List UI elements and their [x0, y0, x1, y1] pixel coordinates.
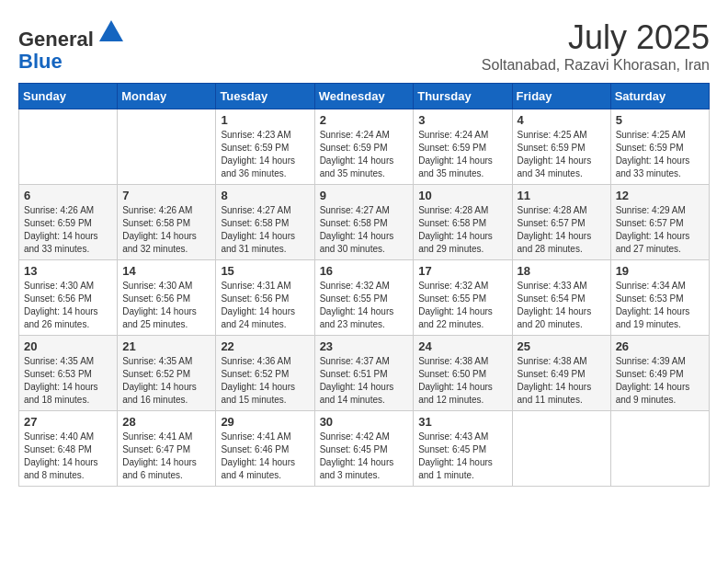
calendar-cell: 7Sunrise: 4:26 AMSunset: 6:58 PMDaylight… — [118, 185, 216, 260]
day-info: Sunrise: 4:28 AMSunset: 6:58 PMDaylight:… — [418, 204, 506, 256]
calendar-cell: 19Sunrise: 4:34 AMSunset: 6:53 PMDayligh… — [610, 260, 709, 336]
day-info: Sunrise: 4:25 AMSunset: 6:59 PMDaylight:… — [518, 129, 606, 180]
day-info: Sunrise: 4:26 AMSunset: 6:59 PMDaylight:… — [24, 204, 112, 256]
day-info: Sunrise: 4:24 AMSunset: 6:59 PMDaylight:… — [320, 129, 409, 180]
day-number: 13 — [24, 264, 112, 278]
calendar-cell: 6Sunrise: 4:26 AMSunset: 6:59 PMDaylight… — [19, 185, 118, 260]
weekday-header-wednesday: Wednesday — [314, 84, 414, 109]
calendar-cell — [610, 411, 709, 487]
calendar-cell: 25Sunrise: 4:38 AMSunset: 6:49 PMDayligh… — [512, 336, 610, 411]
day-number: 10 — [418, 189, 506, 202]
day-number: 4 — [518, 113, 606, 127]
day-number: 7 — [122, 189, 210, 202]
logo: General Blue — [18, 18, 125, 73]
calendar-cell: 20Sunrise: 4:35 AMSunset: 6:53 PMDayligh… — [19, 336, 118, 411]
day-info: Sunrise: 4:24 AMSunset: 6:59 PMDaylight:… — [418, 129, 506, 180]
calendar-cell: 10Sunrise: 4:28 AMSunset: 6:58 PMDayligh… — [414, 185, 512, 260]
day-info: Sunrise: 4:27 AMSunset: 6:58 PMDaylight:… — [320, 204, 409, 256]
day-info: Sunrise: 4:32 AMSunset: 6:55 PMDaylight:… — [418, 280, 506, 331]
day-info: Sunrise: 4:28 AMSunset: 6:57 PMDaylight:… — [518, 204, 606, 256]
day-info: Sunrise: 4:39 AMSunset: 6:49 PMDaylight:… — [616, 355, 704, 407]
day-number: 3 — [418, 113, 506, 127]
day-info: Sunrise: 4:43 AMSunset: 6:45 PMDaylight:… — [418, 431, 506, 482]
day-info: Sunrise: 4:30 AMSunset: 6:56 PMDaylight:… — [24, 280, 112, 331]
day-info: Sunrise: 4:36 AMSunset: 6:52 PMDaylight:… — [221, 355, 309, 407]
day-number: 2 — [320, 113, 409, 127]
calendar-cell: 23Sunrise: 4:37 AMSunset: 6:51 PMDayligh… — [314, 336, 414, 411]
calendar-cell: 18Sunrise: 4:33 AMSunset: 6:54 PMDayligh… — [512, 260, 610, 336]
logo-icon — [97, 18, 125, 46]
day-number: 17 — [418, 264, 506, 278]
calendar-cell: 17Sunrise: 4:32 AMSunset: 6:55 PMDayligh… — [414, 260, 512, 336]
calendar-cell: 14Sunrise: 4:30 AMSunset: 6:56 PMDayligh… — [118, 260, 216, 336]
weekday-header-tuesday: Tuesday — [216, 84, 314, 109]
calendar-cell: 3Sunrise: 4:24 AMSunset: 6:59 PMDaylight… — [414, 109, 512, 185]
calendar-cell: 4Sunrise: 4:25 AMSunset: 6:59 PMDaylight… — [512, 109, 610, 185]
calendar-cell: 21Sunrise: 4:35 AMSunset: 6:52 PMDayligh… — [118, 336, 216, 411]
day-info: Sunrise: 4:27 AMSunset: 6:58 PMDaylight:… — [221, 204, 309, 256]
day-info: Sunrise: 4:31 AMSunset: 6:56 PMDaylight:… — [221, 280, 309, 331]
calendar-week-row: 13Sunrise: 4:30 AMSunset: 6:56 PMDayligh… — [19, 260, 710, 336]
day-number: 21 — [122, 339, 210, 353]
calendar-week-row: 6Sunrise: 4:26 AMSunset: 6:59 PMDaylight… — [19, 185, 710, 260]
weekday-header-thursday: Thursday — [414, 84, 512, 109]
calendar-cell: 15Sunrise: 4:31 AMSunset: 6:56 PMDayligh… — [216, 260, 314, 336]
day-info: Sunrise: 4:34 AMSunset: 6:53 PMDaylight:… — [616, 280, 704, 331]
calendar-cell: 12Sunrise: 4:29 AMSunset: 6:57 PMDayligh… — [610, 185, 709, 260]
calendar-cell: 31Sunrise: 4:43 AMSunset: 6:45 PMDayligh… — [414, 411, 512, 487]
calendar-cell: 29Sunrise: 4:41 AMSunset: 6:46 PMDayligh… — [216, 411, 314, 487]
day-info: Sunrise: 4:35 AMSunset: 6:53 PMDaylight:… — [24, 355, 112, 407]
day-number: 31 — [418, 415, 506, 429]
day-info: Sunrise: 4:35 AMSunset: 6:52 PMDaylight:… — [122, 355, 210, 407]
day-info: Sunrise: 4:33 AMSunset: 6:54 PMDaylight:… — [518, 280, 606, 331]
weekday-header-row: SundayMondayTuesdayWednesdayThursdayFrid… — [19, 84, 710, 109]
page-header: General Blue July 2025 Soltanabad, Razav… — [18, 18, 710, 74]
svg-marker-0 — [99, 20, 123, 41]
day-number: 25 — [518, 339, 606, 353]
day-number: 28 — [122, 415, 210, 429]
weekday-header-saturday: Saturday — [610, 84, 709, 109]
calendar-cell: 11Sunrise: 4:28 AMSunset: 6:57 PMDayligh… — [512, 185, 610, 260]
calendar-table: SundayMondayTuesdayWednesdayThursdayFrid… — [18, 83, 710, 487]
day-info: Sunrise: 4:42 AMSunset: 6:45 PMDaylight:… — [320, 431, 409, 482]
calendar-cell: 5Sunrise: 4:25 AMSunset: 6:59 PMDaylight… — [610, 109, 709, 185]
calendar-cell: 30Sunrise: 4:42 AMSunset: 6:45 PMDayligh… — [314, 411, 414, 487]
title-block: July 2025 Soltanabad, Razavi Khorasan, I… — [482, 18, 710, 74]
day-number: 8 — [221, 189, 309, 202]
day-number: 27 — [24, 415, 112, 429]
day-number: 20 — [24, 339, 112, 353]
day-info: Sunrise: 4:29 AMSunset: 6:57 PMDaylight:… — [616, 204, 704, 256]
day-number: 9 — [320, 189, 409, 202]
day-number: 16 — [320, 264, 409, 278]
calendar-cell: 2Sunrise: 4:24 AMSunset: 6:59 PMDaylight… — [314, 109, 414, 185]
month-title: July 2025 — [482, 18, 710, 57]
calendar-cell: 26Sunrise: 4:39 AMSunset: 6:49 PMDayligh… — [610, 336, 709, 411]
calendar-cell: 9Sunrise: 4:27 AMSunset: 6:58 PMDaylight… — [314, 185, 414, 260]
calendar-cell: 16Sunrise: 4:32 AMSunset: 6:55 PMDayligh… — [314, 260, 414, 336]
calendar-cell — [118, 109, 216, 185]
day-number: 12 — [616, 189, 704, 202]
day-info: Sunrise: 4:23 AMSunset: 6:59 PMDaylight:… — [221, 129, 309, 180]
day-number: 1 — [221, 113, 309, 127]
location-title: Soltanabad, Razavi Khorasan, Iran — [482, 57, 710, 74]
day-info: Sunrise: 4:26 AMSunset: 6:58 PMDaylight:… — [122, 204, 210, 256]
day-number: 23 — [320, 339, 409, 353]
calendar-cell: 28Sunrise: 4:41 AMSunset: 6:47 PMDayligh… — [118, 411, 216, 487]
day-info: Sunrise: 4:41 AMSunset: 6:47 PMDaylight:… — [122, 431, 210, 482]
calendar-cell: 22Sunrise: 4:36 AMSunset: 6:52 PMDayligh… — [216, 336, 314, 411]
calendar-cell — [512, 411, 610, 487]
day-number: 24 — [418, 339, 506, 353]
calendar-cell: 13Sunrise: 4:30 AMSunset: 6:56 PMDayligh… — [19, 260, 118, 336]
day-number: 26 — [616, 339, 704, 353]
weekday-header-friday: Friday — [512, 84, 610, 109]
day-number: 5 — [616, 113, 704, 127]
day-info: Sunrise: 4:38 AMSunset: 6:50 PMDaylight:… — [418, 355, 506, 407]
day-info: Sunrise: 4:37 AMSunset: 6:51 PMDaylight:… — [320, 355, 409, 407]
day-number: 6 — [24, 189, 112, 202]
weekday-header-monday: Monday — [118, 84, 216, 109]
day-info: Sunrise: 4:25 AMSunset: 6:59 PMDaylight:… — [616, 129, 704, 180]
day-number: 14 — [122, 264, 210, 278]
day-number: 15 — [221, 264, 309, 278]
calendar-cell — [19, 109, 118, 185]
weekday-header-sunday: Sunday — [19, 84, 118, 109]
